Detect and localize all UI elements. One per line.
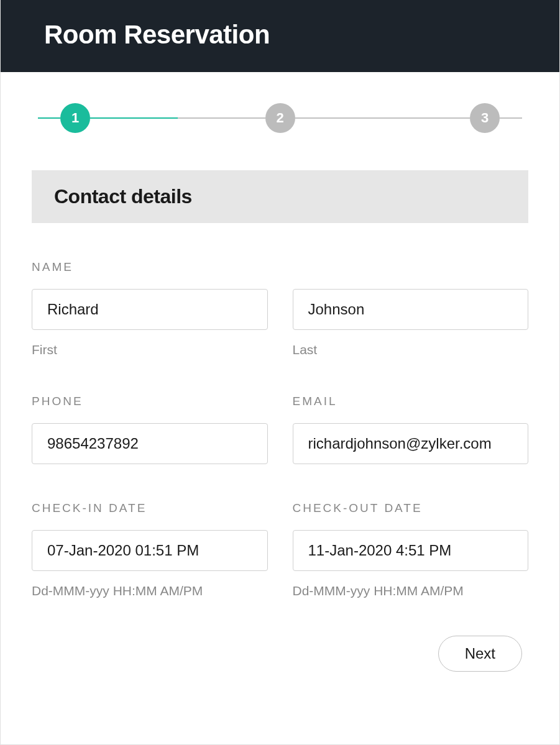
phone-input[interactable] — [32, 423, 268, 464]
section-title: Contact details — [54, 185, 506, 208]
phone-group: PHONE — [32, 395, 268, 464]
checkout-group: CHECK-OUT DATE Dd-MMM-yyy HH:MM AM/PM — [293, 501, 529, 598]
step-line-1-2b — [178, 117, 265, 119]
first-name-sublabel: First — [32, 342, 268, 357]
step-line-leading — [38, 117, 60, 119]
next-button[interactable]: Next — [438, 636, 522, 672]
checkin-group: CHECK-IN DATE Dd-MMM-yyy HH:MM AM/PM — [32, 501, 268, 598]
checkin-label: CHECK-IN DATE — [32, 501, 268, 515]
name-label: NAME — [32, 260, 528, 274]
step-line-2-3 — [295, 117, 470, 119]
step-line-trailing — [500, 117, 522, 119]
step-line-1-2a — [90, 117, 178, 119]
contact-row: PHONE EMAIL — [32, 395, 528, 464]
checkout-input[interactable] — [293, 530, 529, 571]
checkin-hint: Dd-MMM-yyy HH:MM AM/PM — [32, 583, 268, 598]
checkout-hint: Dd-MMM-yyy HH:MM AM/PM — [293, 583, 529, 598]
page-header: Room Reservation — [1, 0, 559, 72]
checkout-label: CHECK-OUT DATE — [293, 501, 529, 515]
dates-row: CHECK-IN DATE Dd-MMM-yyy HH:MM AM/PM CHE… — [32, 501, 528, 598]
page-title: Room Reservation — [44, 20, 516, 50]
page-content: 1 2 3 Contact details NAME First Last PH… — [1, 72, 559, 697]
first-name-input[interactable] — [32, 289, 268, 330]
section-title-bar: Contact details — [32, 170, 528, 223]
email-group: EMAIL — [293, 395, 529, 464]
email-input[interactable] — [293, 423, 529, 464]
stepper: 1 2 3 — [32, 103, 528, 133]
email-label: EMAIL — [293, 395, 529, 408]
last-name-input[interactable] — [293, 289, 529, 330]
name-row: NAME First Last — [32, 260, 528, 357]
step-1[interactable]: 1 — [60, 103, 90, 133]
last-name-sublabel: Last — [293, 342, 529, 357]
step-3[interactable]: 3 — [470, 103, 500, 133]
first-name-group: First — [32, 289, 268, 357]
phone-label: PHONE — [32, 395, 268, 408]
last-name-group: Last — [293, 289, 529, 357]
step-2[interactable]: 2 — [265, 103, 295, 133]
checkin-input[interactable] — [32, 530, 268, 571]
form-footer: Next — [32, 636, 528, 672]
